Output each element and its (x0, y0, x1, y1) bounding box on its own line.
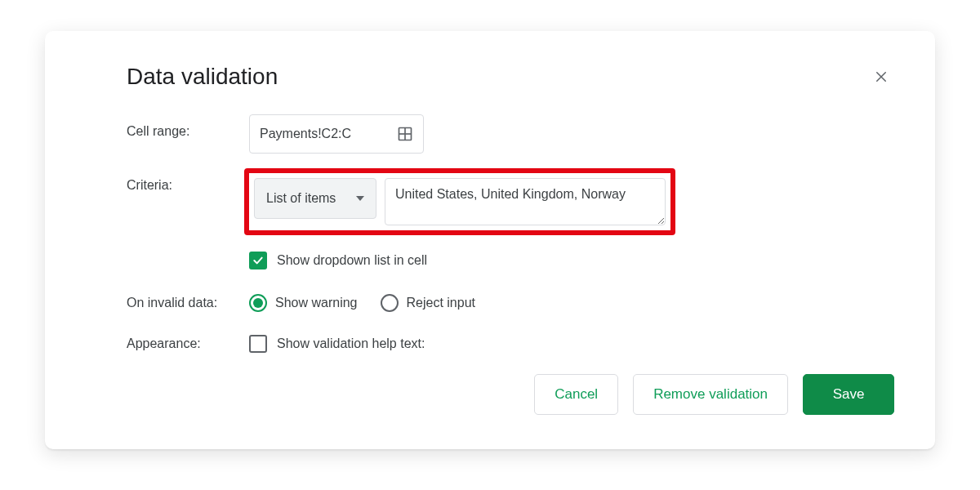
close-icon (874, 69, 889, 84)
criteria-type-dropdown[interactable]: List of items (254, 178, 376, 219)
close-button[interactable] (868, 64, 894, 90)
radio-reject-input-label: Reject input (407, 296, 476, 310)
help-text-label: Show validation help text: (277, 336, 425, 351)
criteria-highlight: List of items (244, 168, 675, 235)
cell-range-value: Payments!C2:C (260, 127, 351, 141)
radio-show-warning-label: Show warning (275, 296, 358, 310)
dialog-title: Data validation (127, 64, 278, 90)
save-button[interactable]: Save (803, 374, 894, 415)
remove-validation-button[interactable]: Remove validation (633, 374, 788, 415)
data-validation-dialog: Data validation Cell range: Payments!C2:… (45, 31, 935, 449)
cell-range-input[interactable]: Payments!C2:C (249, 114, 424, 154)
radio-reject-input[interactable]: Reject input (381, 294, 476, 312)
cancel-button[interactable]: Cancel (534, 374, 618, 415)
show-dropdown-label: Show dropdown list in cell (277, 253, 427, 268)
help-text-checkbox[interactable] (249, 335, 267, 353)
chevron-down-icon (356, 196, 364, 201)
check-icon (252, 254, 265, 267)
radio-show-warning[interactable]: Show warning (249, 294, 358, 312)
invalid-data-label: On invalid data: (127, 286, 249, 310)
criteria-items-input[interactable] (385, 178, 666, 225)
select-range-icon[interactable] (397, 126, 413, 142)
criteria-type-label: List of items (266, 191, 336, 206)
show-dropdown-checkbox[interactable] (249, 252, 267, 270)
cell-range-label: Cell range: (127, 114, 249, 139)
radio-icon-selected (249, 294, 267, 312)
radio-icon-unselected (381, 294, 399, 312)
appearance-label: Appearance: (127, 327, 249, 351)
criteria-label: Criteria: (127, 168, 249, 193)
